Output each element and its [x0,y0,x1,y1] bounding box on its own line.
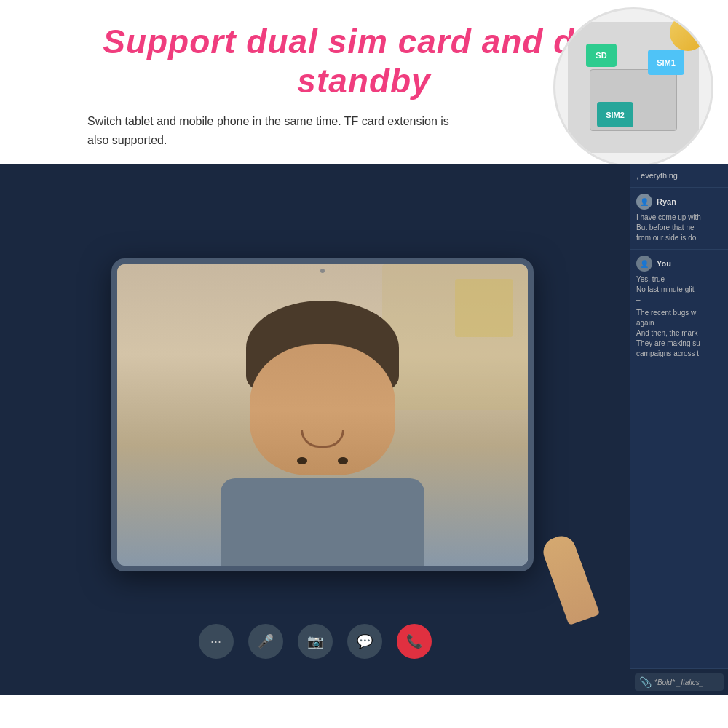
mute-button[interactable]: 🎤 [248,624,283,659]
sim-tray: SD SIM1 SIM2 [582,44,684,131]
tablet-frame [111,258,534,571]
end-call-button[interactable]: 📞 [397,624,432,659]
top-section: Support dual sim card and dual standby S… [0,0,728,164]
avatar-ryan-label: 👤 [640,198,649,206]
you-line-5: again [636,318,722,328]
ryan-line-1: I have come up with [636,213,722,223]
you-line-8: campaigns across t [636,349,722,359]
tablet-camera [320,269,325,273]
you-line-4: The recent bugs w [636,308,722,318]
eye-left [297,457,307,464]
call-controls: ··· 🎤 📷 💬 📞 [199,624,432,659]
sim-tray-container: SD SIM1 SIM2 [568,22,699,153]
you-line-1: Yes, true [636,274,722,285]
chat-prev-text: , everything [630,164,728,188]
chat-icon: 💬 [357,633,373,649]
chat-message-you: 👤 You Yes, true No last minute glit – Th… [630,250,728,365]
chat-text-ryan: I have come up with But before that ne f… [636,213,722,243]
you-line-3: – [636,295,722,305]
pointing-finger [539,532,600,625]
chat-text-you: Yes, true No last minute glit – The rece… [636,274,722,359]
avatar-ryan: 👤 [636,194,652,210]
more-icon: ··· [210,634,221,649]
more-options-button[interactable]: ··· [199,624,234,659]
eye-right [338,457,348,464]
chat-button[interactable]: 💬 [347,624,382,659]
smile [301,430,344,448]
shirt [221,478,424,566]
sim-card-image: SD SIM1 SIM2 [553,7,713,167]
chat-input-area: 📎 *Bold* _Italics_ [630,668,728,695]
chat-username-you: You [657,259,671,268]
sim1-card: SIM1 [648,50,684,75]
you-line-2: No last minute glit [636,285,722,295]
bottom-section: ··· 🎤 📷 💬 📞 , everything 👤 [0,164,728,695]
chat-user-row-you: 👤 You [636,256,722,272]
tablet-screen [117,264,528,566]
chat-message-ryan: 👤 Ryan I have come up with But before th… [630,188,728,250]
attachment-icon: 📎 [639,676,652,688]
video-off-button[interactable]: 📷 [298,624,333,659]
video-off-icon: 📷 [307,633,323,649]
ryan-line-3: from our side is do [636,233,722,243]
mute-icon: 🎤 [258,633,274,649]
sim2-card: SIM2 [597,102,633,127]
ryan-line-2: But before that ne [636,223,722,233]
person-face [117,264,528,566]
chat-user-row-ryan: 👤 Ryan [636,194,722,210]
end-call-icon: 📞 [406,633,422,649]
subtitle: Switch tablet and mobile phone in the sa… [87,112,466,149]
you-line-7: They are making su [636,339,722,349]
chat-username-ryan: Ryan [657,197,676,206]
face-skin [250,344,395,475]
chat-sidebar: , everything 👤 Ryan I have come up with … [630,164,728,695]
chat-input-box[interactable]: 📎 *Bold* _Italics_ [635,673,724,691]
chat-input-placeholder: *Bold* _Italics_ [654,678,703,687]
sd-card: SD [586,44,617,67]
avatar-you: 👤 [636,256,652,272]
avatar-you-label: 👤 [640,260,649,268]
you-line-6: And then, the mark [636,328,722,339]
tablet-area: ··· 🎤 📷 💬 📞 [0,164,630,695]
